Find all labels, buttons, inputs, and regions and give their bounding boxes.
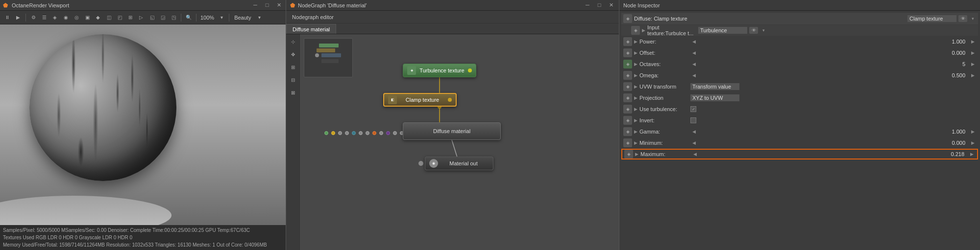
- insp-proj-tri[interactable]: ▶: [634, 95, 637, 100]
- insp-sub-triangle[interactable]: ▶: [642, 28, 645, 33]
- tool7-icon[interactable]: ◳: [169, 13, 178, 22]
- env-icon[interactable]: ◉: [61, 13, 70, 22]
- ng-maximize-button[interactable]: □: [595, 2, 603, 8]
- insp-max-left[interactable]: ◀: [691, 151, 698, 158]
- insp-omega-tri[interactable]: ▶: [634, 73, 637, 78]
- insp-gamma-right[interactable]: ▶: [969, 128, 976, 135]
- insp-sub-icon[interactable]: ◈: [631, 26, 640, 35]
- insp-octaves-left[interactable]: ◀: [690, 61, 697, 68]
- insp-row-turbulence-use: ◈ ▶ Use turbulence: ✓: [621, 104, 978, 114]
- status-line-2: Textures Used RGB LDR 0 HDR 0 Grayscale …: [3, 234, 283, 241]
- insp-row-gamma: ◈ ▶ Gamma: ◀ 1.000 ▶: [621, 126, 978, 137]
- ng-canvas[interactable]: ◈ Turbulence texture ◧ Clamp texture: [300, 34, 619, 250]
- insp-min-left[interactable]: ◀: [690, 139, 697, 146]
- insp-min-tri[interactable]: ▶: [634, 140, 637, 145]
- insp-proj-icon[interactable]: ◈: [623, 93, 632, 102]
- insp-invert-icon[interactable]: ◈: [623, 116, 632, 125]
- insp-octaves-right[interactable]: ▶: [969, 61, 976, 68]
- denoiser-icon[interactable]: ◰: [115, 13, 124, 22]
- export-icon[interactable]: ⊞: [126, 13, 135, 22]
- camera-icon[interactable]: ⚙: [29, 13, 38, 22]
- insp-max-icon[interactable]: ◈: [624, 150, 633, 159]
- insp-row-minimum: ◈ ▶ Minimum: ◀ 0.000 ▶: [621, 137, 978, 148]
- insp-gamma-value: 1.000: [699, 129, 967, 135]
- insp-sub-eye[interactable]: 👁: [749, 27, 758, 34]
- insp-max-label: Maximum:: [640, 151, 689, 157]
- insp-uvw-icon[interactable]: ◈: [623, 82, 632, 91]
- insp-omega-left[interactable]: ◀: [690, 72, 697, 79]
- ng-tool-zoom[interactable]: ⊞: [288, 62, 298, 72]
- ng-tab-diffuse[interactable]: Diffuse material: [286, 24, 336, 34]
- insp-max-tri[interactable]: ▶: [635, 152, 638, 157]
- clamp-dot: [448, 98, 452, 102]
- insp-sub-dropdown[interactable]: ▾: [760, 27, 767, 34]
- insp-invert-label: Invert:: [639, 117, 688, 123]
- layer-icon[interactable]: ▣: [83, 13, 92, 22]
- insp-gamma-icon[interactable]: ◈: [623, 127, 632, 136]
- insp-omega-icon[interactable]: ◈: [623, 71, 632, 80]
- insp-min-icon[interactable]: ◈: [623, 138, 632, 147]
- insp-min-value: 0.000: [699, 140, 967, 146]
- tool6-icon[interactable]: ◲: [158, 13, 167, 22]
- insp-turb-checkbox[interactable]: ✓: [690, 106, 696, 112]
- node-material-out[interactable]: ◉ Material out: [425, 157, 493, 170]
- insp-gamma-left[interactable]: ◀: [690, 128, 697, 135]
- pause-icon[interactable]: ⏸: [3, 13, 12, 22]
- ng-minimize-button[interactable]: ─: [584, 2, 591, 8]
- node-diffuse[interactable]: Diffuse material: [403, 122, 501, 140]
- ng-close-button[interactable]: ✕: [607, 2, 615, 8]
- settings-icon[interactable]: ☰: [40, 13, 49, 22]
- insp-row-maximum: ◈ ▶ Maximum: ◀ 0.218 ▶: [621, 149, 978, 159]
- insp-invert-checkbox[interactable]: [690, 117, 696, 123]
- render-icon[interactable]: ◈: [50, 13, 59, 22]
- insp-offset-left[interactable]: ◀: [690, 49, 697, 56]
- material-out-label: Material out: [438, 160, 489, 166]
- minimize-button[interactable]: ─: [251, 2, 259, 8]
- insp-omega-value: 0.500: [699, 72, 967, 78]
- post-icon[interactable]: ◫: [104, 13, 113, 22]
- insp-power-tri[interactable]: ▶: [634, 39, 637, 44]
- inspector-content[interactable]: ◈ Diffuse: Clamp texture Clamp texture 👁…: [619, 11, 980, 250]
- anim-icon[interactable]: ▷: [137, 13, 146, 22]
- zoom-out-icon[interactable]: 🔍: [184, 13, 193, 22]
- insp-header-icon[interactable]: ◈: [623, 14, 632, 23]
- insp-max-right[interactable]: ▶: [968, 151, 975, 158]
- insp-power-label: Power:: [639, 39, 688, 45]
- insp-header-dropdown[interactable]: ▾: [969, 15, 976, 22]
- insp-offset-icon[interactable]: ◈: [623, 48, 632, 57]
- tool5-icon[interactable]: ◱: [147, 13, 156, 22]
- insp-uvw-tri[interactable]: ▶: [634, 84, 637, 89]
- node-turbulence[interactable]: ◈ Turbulence texture: [403, 64, 476, 77]
- viewport-statusbar: Samples/Pixel: 5000/5000 MSamples/Sec: 0…: [0, 225, 286, 250]
- maximize-button[interactable]: □: [263, 2, 271, 8]
- ng-left-toolbar: ⊹ ✥ ⊞ ⊟ ⊠: [286, 34, 300, 250]
- insp-min-right[interactable]: ▶: [969, 139, 976, 146]
- insp-offset-right[interactable]: ▶: [969, 49, 976, 56]
- ng-tool-grab[interactable]: ✥: [288, 49, 298, 60]
- insp-octaves-icon[interactable]: ◈: [623, 60, 632, 68]
- ng-tool-select[interactable]: ⊹: [288, 36, 298, 47]
- insp-power-left[interactable]: ◀: [690, 38, 697, 45]
- material-out-icon: ◉: [429, 159, 438, 168]
- insp-invert-tri[interactable]: ▶: [634, 118, 637, 123]
- light-icon[interactable]: ◎: [72, 13, 81, 22]
- insp-gamma-tri[interactable]: ▶: [634, 129, 637, 134]
- insp-power-icon[interactable]: ◈: [623, 37, 632, 46]
- zoom-dropdown-icon[interactable]: ▾: [217, 13, 226, 22]
- insp-sub-label: Input texture:Turbulce t...: [647, 24, 696, 36]
- obj-icon[interactable]: ◆: [94, 13, 102, 22]
- insp-turb-tri[interactable]: ▶: [634, 107, 637, 112]
- close-button[interactable]: ✕: [275, 2, 283, 8]
- insp-power-right[interactable]: ▶: [969, 38, 976, 45]
- insp-offset-tri[interactable]: ▶: [634, 50, 637, 55]
- insp-header-eye[interactable]: 👁: [958, 15, 967, 22]
- play-icon[interactable]: ▶: [14, 13, 23, 22]
- ng-tool-misc[interactable]: ⊠: [288, 87, 298, 98]
- beauty-dropdown-icon[interactable]: ▾: [255, 13, 264, 22]
- insp-turb-icon[interactable]: ◈: [623, 105, 632, 114]
- insp-omega-right[interactable]: ▶: [969, 72, 976, 79]
- ng-tool-connect[interactable]: ⊟: [288, 74, 298, 85]
- node-clamp[interactable]: ◧ Clamp texture: [383, 93, 457, 107]
- insp-octaves-tri[interactable]: ▶: [634, 62, 637, 67]
- turbulence-label: Turbulence texture: [416, 68, 468, 73]
